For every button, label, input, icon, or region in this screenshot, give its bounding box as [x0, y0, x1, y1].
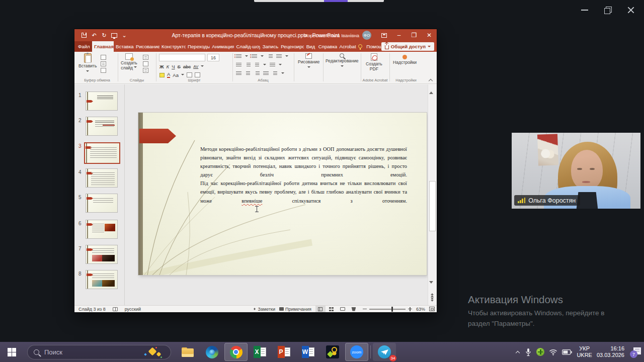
taskbar-clock[interactable]: 16:16 03.03.2026 — [597, 345, 624, 358]
numbering-icon[interactable] — [252, 54, 257, 59]
drawing-button[interactable]: Рисование — [298, 53, 319, 69]
tab-design[interactable]: Конструкто — [159, 41, 186, 52]
customize-qat-button[interactable]: ⌄ — [120, 31, 129, 40]
highlight-color-icon[interactable] — [159, 73, 165, 77]
font-size-input[interactable]: 16 — [207, 54, 219, 61]
scroll-up-arrow[interactable] — [429, 86, 436, 93]
align-center-icon[interactable] — [245, 71, 251, 76]
align-right-icon[interactable] — [254, 71, 260, 76]
tab-review[interactable]: Рецензиро — [279, 41, 304, 52]
tab-record[interactable]: Запись — [260, 41, 278, 52]
account-name[interactable]: Форостян Ольга Іванівна — [304, 33, 359, 38]
tab-view[interactable]: Вид — [304, 41, 316, 52]
slide-sorter-view-button[interactable] — [327, 306, 337, 312]
taskbar-zoom[interactable]: zoom — [345, 343, 368, 361]
zoom-participant-video[interactable]: Ольга Форостян — [512, 133, 640, 209]
language-indicator[interactable]: русский — [125, 307, 141, 312]
indent-more-icon[interactable] — [267, 54, 273, 59]
taskbar-telegram[interactable]: 34 — [373, 343, 396, 361]
restore-icon[interactable] — [603, 5, 613, 15]
collapse-ribbon-chevron-icon[interactable] — [429, 78, 433, 82]
tab-animations[interactable]: Анимация — [210, 41, 234, 52]
tab-home[interactable]: Главная — [92, 41, 114, 52]
bullets-icon[interactable] — [236, 54, 242, 59]
font-color-button[interactable]: А — [167, 72, 170, 78]
tell-me-lightbulb-icon[interactable] — [356, 42, 364, 52]
fit-to-window-button[interactable] — [429, 307, 435, 311]
minimized-meeting-bar[interactable] — [254, 0, 384, 2]
clear-format-icon[interactable] — [195, 72, 200, 77]
change-case-button[interactable]: Аа — [173, 72, 179, 78]
format-painter-icon[interactable] — [101, 68, 106, 73]
title-bar[interactable]: ↶ ↻ ⌄ Арт-терапія в корекційно-реабіліта… — [74, 29, 437, 41]
decrease-indent-icon[interactable] — [236, 63, 242, 67]
minimize-icon[interactable] — [580, 5, 590, 15]
copy-icon[interactable] — [101, 61, 106, 66]
new-slide-button[interactable]: Создатьслайд — [121, 53, 137, 70]
taskbar-chrome[interactable] — [224, 343, 248, 361]
line-spacing-icon[interactable] — [254, 63, 260, 67]
tab-draw[interactable]: Рисование — [134, 41, 159, 52]
notification-center-button[interactable]: 7 — [631, 347, 641, 356]
tab-slideshow[interactable]: Слайд-шоу — [234, 41, 260, 52]
columns-icon[interactable] — [270, 63, 275, 67]
share-button[interactable]: Общий доступ — [381, 42, 434, 51]
zoom-slider-thumb[interactable] — [391, 307, 393, 312]
notes-toggle[interactable]: Заметки — [253, 307, 275, 312]
slide-thumbnail-panel[interactable]: 1 2 3 4 5 — [74, 84, 125, 305]
start-slideshow-button[interactable] — [110, 31, 119, 40]
strikethrough-button[interactable]: S — [178, 64, 181, 69]
bold-button[interactable]: Ж — [159, 64, 164, 69]
underline-button[interactable]: Ч — [172, 64, 175, 69]
slide-text-box[interactable]: Методи корекційно-реабілітаційної роботи… — [200, 145, 407, 205]
antivirus-icon[interactable] — [536, 348, 544, 356]
shadow-button[interactable]: abc — [183, 64, 191, 69]
taskbar-search-box[interactable]: Поиск — [27, 345, 171, 359]
search-highlights-icon[interactable] — [143, 346, 164, 358]
reset-icon[interactable] — [143, 61, 148, 66]
scroll-down-arrow[interactable] — [429, 284, 436, 290]
zoom-percentage[interactable]: 63% — [416, 307, 425, 312]
addins-button[interactable]: Надстройки — [393, 53, 417, 65]
editing-button[interactable]: Редактирование — [326, 53, 358, 68]
reading-view-button[interactable] — [338, 306, 348, 312]
taskbar-powerpoint[interactable]: P — [273, 343, 296, 361]
tray-chevron-up-icon[interactable] — [516, 350, 520, 354]
text-direction-icon[interactable] — [276, 54, 282, 59]
battery-icon[interactable] — [562, 349, 572, 355]
comments-toggle[interactable]: Примечания — [279, 307, 311, 312]
ppt-close-button[interactable]: ✕ — [422, 29, 437, 41]
redo-button[interactable]: ↻ — [100, 31, 109, 40]
taskbar-file-explorer[interactable] — [176, 343, 199, 361]
zoom-out-button[interactable] — [363, 307, 367, 311]
previous-slide-button[interactable] — [429, 292, 436, 297]
increase-indent-icon[interactable] — [245, 63, 251, 67]
avatar[interactable]: ФО — [362, 31, 371, 40]
normal-view-button[interactable] — [315, 306, 326, 312]
taskbar-word[interactable]: W — [297, 343, 320, 361]
slide-counter[interactable]: Слайд 3 из 8 — [78, 307, 106, 312]
save-button[interactable] — [79, 31, 89, 40]
slideshow-view-button[interactable] — [349, 306, 359, 312]
scrollbar-thumb[interactable] — [429, 181, 436, 231]
character-spacing-button[interactable]: AV — [193, 64, 198, 69]
undo-button[interactable]: ↶ — [90, 31, 99, 40]
next-slide-button[interactable] — [429, 298, 436, 303]
tab-file[interactable]: Файл — [74, 41, 92, 52]
accessibility-icon[interactable] — [113, 307, 118, 311]
vertical-scrollbar[interactable] — [428, 84, 437, 305]
language-indicator[interactable]: УКР UKRE — [577, 345, 592, 358]
create-pdf-button[interactable]: СоздатьPDF — [366, 53, 382, 71]
close-icon[interactable] — [626, 5, 636, 15]
section-icon[interactable] — [143, 68, 148, 73]
wifi-icon[interactable] — [549, 349, 557, 355]
taskbar-k8-app[interactable] — [321, 343, 344, 361]
ribbon-display-options-button[interactable] — [376, 29, 391, 41]
zoom-in-button[interactable] — [408, 307, 412, 311]
microphone-icon[interactable] — [525, 348, 532, 356]
justify-icon[interactable] — [263, 71, 269, 76]
italic-button[interactable]: К — [167, 64, 170, 69]
ppt-minimize-button[interactable]: – — [391, 29, 407, 41]
tab-acrobat[interactable]: Acrobat — [337, 41, 356, 52]
increase-font-icon[interactable] — [187, 72, 192, 77]
